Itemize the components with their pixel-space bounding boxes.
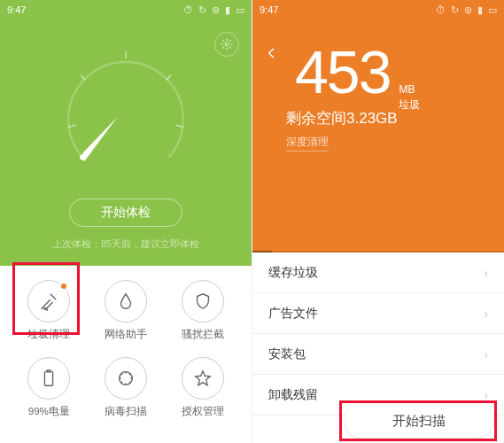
shield-icon [193, 291, 213, 311]
scan-progress [252, 251, 504, 253]
status-time: 9:47 [7, 4, 26, 15]
battery-icon: ▭ [236, 4, 244, 16]
security-center-screen: 9:47 ⏱ ↻ ⊚ ▮ ▭ [0, 0, 252, 443]
free-space-text: 剩余空间3.23GB [286, 108, 398, 128]
tool-block[interactable]: 骚扰拦截 [164, 280, 241, 341]
star-icon [193, 369, 213, 388]
tool-label: 网络助手 [105, 328, 147, 341]
row-label: 卸载残留 [268, 387, 318, 403]
drop-icon [116, 291, 136, 311]
trash-header: 453 MB 垃圾 剩余空间3.23GB 深度清理 [252, 19, 504, 253]
broom-icon [39, 291, 58, 311]
sync-icon: ↻ [198, 4, 206, 16]
gear-icon [221, 38, 233, 51]
row-ads[interactable]: 广告文件 › [252, 293, 504, 334]
sync-icon: ↻ [451, 4, 459, 16]
start-scan-button[interactable]: 开始扫描 [345, 404, 493, 438]
gauge-area: 开始体检 上次体检：85天前，建议立即体检 [0, 19, 252, 251]
unit-label: 垃圾 [399, 97, 420, 113]
tool-battery[interactable]: 99%电量 [11, 357, 88, 418]
svg-marker-7 [82, 117, 117, 161]
deep-clean-link[interactable]: 深度清理 [286, 135, 329, 152]
signal-icon: ▮ [225, 4, 230, 16]
status-icons: ⏱ ↻ ⊚ ▮ ▭ [183, 4, 244, 16]
last-check-text: 上次体检：85天前，建议立即体检 [52, 237, 199, 251]
trash-number: 453 [295, 37, 390, 106]
battery-icon: ▭ [488, 4, 497, 16]
start-checkup-button[interactable]: 开始体检 [69, 198, 182, 227]
chevron-right-icon: › [484, 388, 488, 402]
chevron-right-icon: › [484, 307, 488, 321]
health-gauge [54, 43, 198, 186]
status-time: 9:47 [260, 4, 278, 15]
svg-line-2 [81, 74, 85, 80]
tool-label: 垃圾清理 [27, 328, 70, 341]
alarm-icon: ⏱ [436, 4, 446, 15]
wifi-icon: ⊚ [212, 4, 220, 16]
unit-mb: MB [399, 82, 420, 97]
tool-network[interactable]: 网络助手 [88, 280, 165, 341]
settings-button[interactable] [214, 32, 239, 57]
status-bar: 9:47 ⏱ ↻ ⊚ ▮ ▭ [252, 0, 504, 19]
battery-icon [39, 369, 58, 388]
chevron-right-icon: › [484, 266, 488, 280]
row-cache[interactable]: 缓存垃圾 › [252, 253, 504, 293]
tool-label: 授权管理 [182, 405, 224, 418]
tools-grid: 垃圾清理 网络助手 骚扰拦截 99%电量 病毒扫描 授权管理 [0, 266, 252, 418]
chevron-right-icon: › [484, 347, 488, 361]
tool-virus[interactable]: 病毒扫描 [88, 357, 165, 418]
category-list: 缓存垃圾 › 广告文件 › 安装包 › 卸载残留 › [252, 253, 504, 416]
row-label: 缓存垃圾 [268, 265, 318, 281]
trash-unit: MB 垃圾 [399, 82, 420, 121]
tool-label: 病毒扫描 [105, 405, 147, 418]
wifi-icon: ⊚ [464, 4, 472, 16]
svg-rect-9 [47, 370, 50, 372]
tool-label: 99%电量 [28, 405, 70, 418]
tool-label: 骚扰拦截 [182, 328, 224, 341]
svg-line-3 [167, 74, 171, 80]
svg-point-0 [225, 43, 229, 46]
tool-permissions[interactable]: 授权管理 [164, 357, 241, 418]
row-label: 安装包 [268, 346, 306, 362]
row-apk[interactable]: 安装包 › [252, 334, 504, 375]
header-panel: 开始体检 上次体检：85天前，建议立即体检 [0, 19, 252, 266]
svg-rect-8 [45, 372, 53, 386]
tool-trash-clean[interactable]: 垃圾清理 [11, 280, 88, 341]
cleaner-screen: 9:47 ⏱ ↻ ⊚ ▮ ▭ 453 MB 垃圾 剩余空间3.23GB 深度清理… [252, 0, 504, 443]
alarm-icon: ⏱ [183, 4, 193, 15]
row-label: 广告文件 [268, 306, 318, 322]
badge-dot [61, 284, 66, 289]
status-icons: ⏱ ↻ ⊚ ▮ ▭ [436, 4, 497, 16]
chevron-left-icon [265, 46, 279, 60]
back-button[interactable] [265, 46, 279, 64]
signal-icon: ▮ [477, 4, 483, 16]
status-bar: 9:47 ⏱ ↻ ⊚ ▮ ▭ [0, 0, 252, 19]
scan-icon [116, 369, 136, 388]
